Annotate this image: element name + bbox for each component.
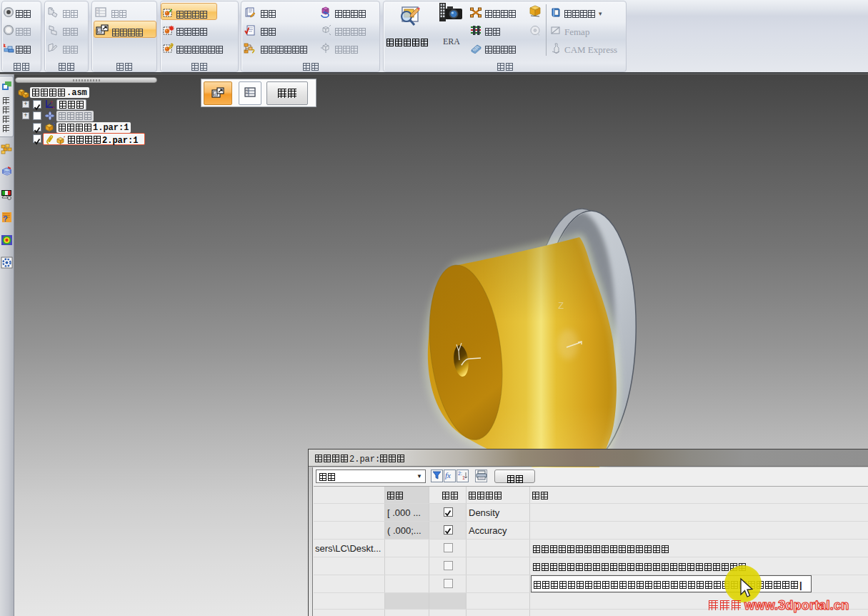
svg-text:y: y [51,99,53,104]
svg-text:fx: fx [445,471,451,480]
svg-text:?: ? [3,214,8,223]
svg-text:x2: x2 [246,91,249,94]
svg-text:Z: Z [558,300,564,311]
svg-text:1: 1 [462,475,465,480]
svg-text:x2: x2 [96,11,99,14]
svg-text:2:: 2: [458,471,462,476]
